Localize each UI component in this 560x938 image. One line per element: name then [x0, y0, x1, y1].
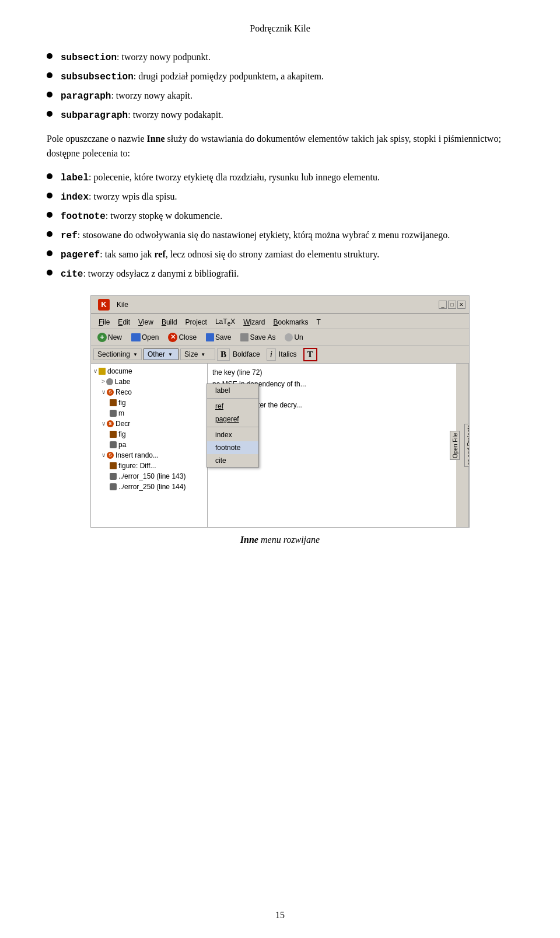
menu-wizard[interactable]: Wizard — [239, 316, 269, 328]
tree-s-icon: S — [107, 452, 114, 459]
undo-button[interactable]: Un — [281, 332, 307, 343]
dropdown-item-ref[interactable]: ref — [207, 400, 258, 413]
tree-item[interactable]: ∨ S Reco — [91, 387, 207, 397]
save-as-label: Save As — [250, 333, 275, 341]
tree-item-label: Labe — [115, 378, 131, 386]
size-arrow-icon: ▼ — [201, 352, 205, 357]
save-icon — [206, 333, 214, 341]
tree-ref-icon — [110, 483, 117, 490]
menu-project[interactable]: Project — [181, 316, 211, 328]
list-item: ref: stosowane do odwoływania się do nas… — [47, 228, 513, 243]
keyword-footnote: footnote — [61, 211, 106, 222]
tree-item[interactable]: ∨ docume — [91, 366, 207, 376]
open-file-label[interactable]: Open File — [450, 431, 460, 459]
keyword-paragraph: paragraph — [61, 91, 111, 102]
tree-item[interactable]: figure: Diff... — [91, 461, 207, 471]
tree-item[interactable]: pa — [91, 440, 207, 450]
save-as-button[interactable]: Save As — [236, 332, 279, 343]
tree-item-label: figure: Diff... — [118, 462, 156, 470]
menu-t[interactable]: T — [313, 316, 325, 328]
tree-img-icon — [110, 431, 117, 438]
close-button[interactable]: ✕ Close — [164, 331, 201, 344]
bullet-dot — [47, 92, 52, 97]
list-item: subsection: tworzy nowy podpunkt. — [47, 50, 513, 65]
menu-build[interactable]: Build — [158, 316, 181, 328]
open-label: Open — [142, 333, 159, 341]
sectioning-arrow-icon: ▼ — [133, 352, 138, 357]
t-button[interactable]: T — [303, 348, 317, 361]
menu-view[interactable]: View — [134, 316, 158, 328]
list-item: pageref: tak samo jak ref, lecz odnosi s… — [47, 247, 513, 262]
save-button[interactable]: Save — [202, 332, 235, 343]
close-button[interactable]: ✕ — [457, 301, 466, 309]
tree-item-label: m — [118, 409, 124, 417]
tree-item-label: Decr — [116, 420, 130, 428]
dropdown-item-footnote[interactable]: footnote — [207, 441, 258, 454]
maximize-button[interactable]: □ — [448, 301, 456, 309]
caption-bold: Inne — [240, 535, 258, 545]
tree-item-label: Reco — [116, 388, 132, 396]
title-bar: K Kile _ □ ✕ — [91, 296, 469, 314]
minimize-button[interactable]: _ — [439, 301, 447, 309]
italics-button[interactable]: i — [267, 348, 276, 361]
boldface-button[interactable]: B — [217, 348, 230, 361]
other-dropdown[interactable]: Other ▼ — [144, 348, 178, 360]
screenshot: K Kile _ □ ✕ File Edit View Build Projec… — [90, 295, 470, 528]
keyword-index: index — [61, 192, 89, 203]
keyword-subsection: subsection — [61, 53, 117, 63]
page-title: Podręcznik Kile — [47, 23, 513, 34]
tree-item-label: Insert rando... — [116, 451, 159, 459]
tree-item[interactable]: ∨ S Insert rando... — [91, 450, 207, 461]
page: Podręcznik Kile subsection: tworzy nowy … — [0, 0, 560, 938]
toolbar: + New Open ✕ Close Save Save As Un — [91, 329, 469, 346]
tree-item[interactable]: fig — [91, 397, 207, 408]
size-dropdown[interactable]: Size ▼ — [180, 348, 215, 360]
main-area: ∨ docume > Labe ∨ S Reco fig — [91, 364, 469, 527]
tree-item[interactable]: fig — [91, 429, 207, 440]
keyword-pageref: pageref — [61, 250, 100, 260]
sectioning-dropdown[interactable]: Sectioning ▼ — [93, 348, 142, 360]
tree-s-icon: S — [107, 420, 114, 427]
tree-ref-icon — [110, 473, 117, 480]
open-icon — [131, 333, 141, 341]
tree-item[interactable]: ../error_250 (line 144) — [91, 482, 207, 492]
new-icon: + — [97, 333, 107, 342]
list-item: index: tworzy wpis dla spisu. — [47, 190, 513, 204]
intro-bold-word: Inne — [146, 134, 164, 144]
menu-latex[interactable]: LaTeX — [211, 316, 239, 329]
list-item: paragraph: tworzy nowy akapit. — [47, 89, 513, 103]
dropdown-item-cite[interactable]: cite — [207, 454, 258, 467]
projects-label[interactable]: es and Projects — [465, 424, 470, 468]
tree-item[interactable]: ../error_150 (line 143) — [91, 471, 207, 482]
dropdown-item-label[interactable]: label — [207, 384, 258, 397]
kile-logo: K — [98, 299, 110, 311]
tree-item[interactable]: > Labe — [91, 376, 207, 387]
bullet-dot — [47, 72, 52, 78]
title-bar-text: Kile — [117, 301, 128, 309]
dropdown-item-pageref[interactable]: pageref — [207, 413, 258, 426]
new-button[interactable]: + New — [93, 331, 126, 344]
menu-bar: File Edit View Build Project LaTeX Wizar… — [91, 314, 469, 329]
menu-file[interactable]: File — [94, 316, 114, 328]
tree-item-label: fig — [118, 399, 126, 407]
tree-arrow-icon: > — [102, 378, 105, 385]
list-item: footnote: tworzy stopkę w dokumencie. — [47, 209, 513, 224]
ref-bold: ref — [155, 249, 166, 259]
menu-bookmarks[interactable]: Bookmarks — [270, 316, 313, 328]
tree-item-label: ../error_250 (line 144) — [118, 483, 186, 491]
sectioning-label: Sectioning — [97, 350, 130, 358]
tree-item[interactable]: m — [91, 408, 207, 419]
bullet-dot — [47, 270, 52, 276]
tree-item-label: ../error_150 (line 143) — [118, 472, 186, 480]
undo-label: Un — [294, 333, 303, 341]
tree-item[interactable]: ∨ S Decr — [91, 419, 207, 429]
tree-arrow-icon: ∨ — [102, 452, 106, 458]
open-button[interactable]: Open — [127, 332, 163, 343]
bullet-dot — [47, 212, 52, 218]
close-label: Close — [178, 333, 197, 341]
bullet-dot — [47, 231, 52, 237]
page-number: 15 — [275, 910, 285, 920]
menu-edit[interactable]: Edit — [114, 316, 134, 328]
top-bullet-list: subsection: tworzy nowy podpunkt. subsub… — [47, 50, 513, 123]
dropdown-item-index[interactable]: index — [207, 428, 258, 441]
